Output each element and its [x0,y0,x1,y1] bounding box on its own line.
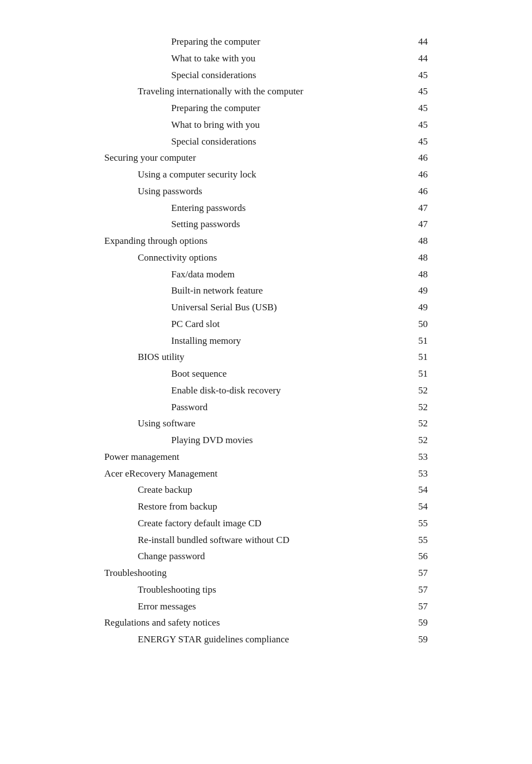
toc-page: 48 [411,266,428,283]
toc-page: 51 [411,366,428,382]
toc-entry: Expanding through options48 [104,233,428,249]
toc-page: 57 [411,598,428,615]
toc-page: 49 [411,299,428,316]
toc-title: Password [171,399,405,416]
toc-entry: Password52 [104,399,428,416]
toc-title: Restore from backup [138,498,405,515]
toc-page: 52 [411,432,428,449]
toc-title: Troubleshooting tips [138,582,405,598]
toc-page: 45 [411,83,428,100]
toc-title: Installing memory [171,333,405,349]
toc-page: 48 [411,249,428,266]
toc-page: 50 [411,316,428,333]
toc-entry: Troubleshooting57 [104,565,428,582]
toc-title: Preparing the computer [171,33,405,50]
toc-title: Traveling internationally with the compu… [138,83,405,100]
toc-title: Power management [104,449,405,465]
toc-entry: BIOS utility51 [104,349,428,366]
toc-entry: Create factory default image CD55 [104,515,428,532]
toc-title: Using passwords [138,183,405,200]
table-of-contents: Preparing the computer44What to take wit… [104,33,428,648]
toc-entry: Installing memory51 [104,333,428,349]
toc-title: Troubleshooting [104,565,405,582]
toc-title: What to bring with you [171,117,405,133]
toc-entry: ENERGY STAR guidelines compliance59 [104,631,428,648]
toc-entry: Built-in network feature49 [104,282,428,299]
toc-entry: Enable disk-to-disk recovery52 [104,382,428,399]
toc-entry: Boot sequence51 [104,366,428,382]
toc-page: 46 [411,150,428,166]
toc-entry: Special considerations45 [104,67,428,84]
toc-title: Connectivity options [138,249,405,266]
toc-page: 55 [411,532,428,549]
toc-title: Regulations and safety notices [104,614,405,631]
toc-title: Entering passwords [171,200,405,217]
toc-entry: Traveling internationally with the compu… [104,83,428,100]
toc-title: Built-in network feature [171,282,405,299]
toc-title: PC Card slot [171,316,405,333]
toc-entry: PC Card slot50 [104,316,428,333]
toc-entry: Using software52 [104,415,428,432]
toc-page: 48 [411,233,428,249]
toc-page: 44 [411,50,428,67]
toc-entry: Special considerations45 [104,133,428,150]
toc-entry: Acer eRecovery Management53 [104,465,428,482]
toc-entry: Universal Serial Bus (USB)49 [104,299,428,316]
toc-page: 56 [411,548,428,565]
toc-title: Universal Serial Bus (USB) [171,299,405,316]
toc-title: Re-install bundled software without CD [138,532,405,549]
toc-page: 46 [411,166,428,183]
toc-title: Using a computer security lock [138,166,405,183]
toc-page: 44 [411,33,428,50]
toc-title: What to take with you [171,50,405,67]
toc-title: Boot sequence [171,366,405,382]
toc-title: Playing DVD movies [171,432,405,449]
toc-page: 54 [411,498,428,515]
toc-entry: Connectivity options48 [104,249,428,266]
toc-title: Expanding through options [104,233,405,249]
toc-title: Preparing the computer [171,100,405,117]
toc-page: 45 [411,117,428,133]
toc-page: 45 [411,100,428,117]
toc-page: 51 [411,333,428,349]
toc-entry: Playing DVD movies52 [104,432,428,449]
toc-entry: Preparing the computer44 [104,33,428,50]
toc-entry: Error messages57 [104,598,428,615]
toc-title: Error messages [138,598,405,615]
toc-title: Special considerations [171,67,405,84]
toc-page: 57 [411,582,428,598]
toc-page: 52 [411,382,428,399]
toc-entry: Entering passwords47 [104,200,428,217]
toc-entry: Create backup54 [104,482,428,498]
toc-title: Securing your computer [104,150,405,166]
toc-title: Using software [138,415,405,432]
toc-entry: Power management53 [104,449,428,465]
toc-page: 49 [411,282,428,299]
toc-entry: Regulations and safety notices59 [104,614,428,631]
toc-entry: What to bring with you45 [104,117,428,133]
toc-entry: Using a computer security lock46 [104,166,428,183]
toc-page: 59 [411,631,428,648]
toc-page: 52 [411,415,428,432]
toc-page: 47 [411,216,428,233]
toc-page: 45 [411,67,428,84]
toc-page: 55 [411,515,428,532]
toc-title: Create backup [138,482,405,498]
toc-page: 51 [411,349,428,366]
toc-entry: Change password56 [104,548,428,565]
toc-page: 53 [411,465,428,482]
toc-entry: Re-install bundled software without CD55 [104,532,428,549]
toc-entry: What to take with you44 [104,50,428,67]
toc-title: ENERGY STAR guidelines compliance [138,631,405,648]
toc-title: Special considerations [171,133,405,150]
toc-title: Change password [138,548,405,565]
toc-entry: Troubleshooting tips57 [104,582,428,598]
toc-page: 45 [411,133,428,150]
page: Preparing the computer44What to take wit… [93,0,439,681]
toc-page: 57 [411,565,428,582]
toc-title: Enable disk-to-disk recovery [171,382,405,399]
toc-title: Setting passwords [171,216,405,233]
toc-entry: Securing your computer46 [104,150,428,166]
toc-title: Fax/data modem [171,266,405,283]
toc-page: 46 [411,183,428,200]
